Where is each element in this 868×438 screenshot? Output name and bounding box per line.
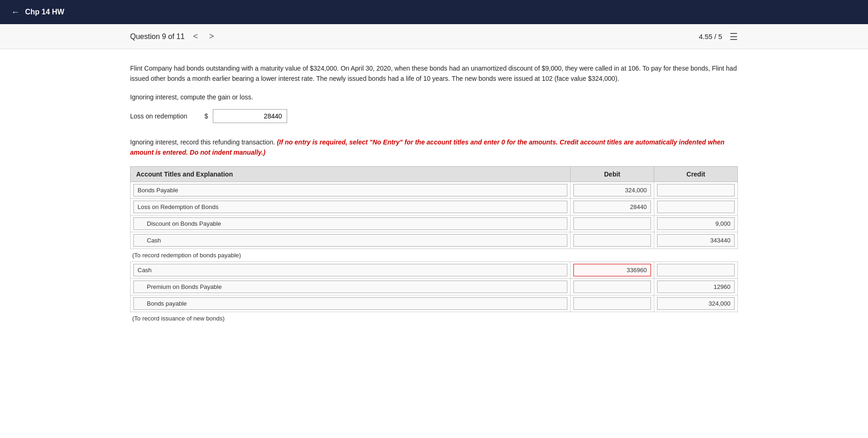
credit-cell [654,198,738,215]
account-cell [131,295,571,312]
account-input[interactable] [133,201,567,213]
debit-cell [571,232,654,248]
account-input[interactable] [133,184,567,196]
credit-cell [654,295,738,312]
refund-plain: Ignoring interest, record this refunding… [130,138,277,146]
debit-input[interactable] [573,217,651,230]
table-row [131,278,738,295]
question-label: Question 9 of 11 [130,33,184,41]
credit-cell [654,232,738,248]
section-note: (To record redemption of bonds payable) [131,248,738,261]
main-content: Flint Company had bonds outstanding with… [0,49,868,438]
credit-cell [654,278,738,295]
problem-text: Flint Company had bonds outstanding with… [130,63,738,84]
account-input[interactable] [133,217,567,230]
table-row [131,215,738,232]
debit-input[interactable] [573,264,651,276]
account-input[interactable] [133,297,567,310]
table-row [131,232,738,248]
top-bar: ← Chp 14 HW [0,0,868,24]
account-cell [131,261,571,278]
debit-input[interactable] [573,234,651,247]
col-credit: Credit [654,166,738,182]
credit-input[interactable] [657,201,735,213]
credit-input[interactable] [657,264,735,276]
table-row [131,198,738,215]
debit-cell [571,215,654,232]
list-icon[interactable]: ☰ [730,31,738,42]
col-debit: Debit [571,166,654,182]
journal-table: Account Titles and Explanation Debit Cre… [130,166,738,325]
account-cell [131,278,571,295]
note1-text: (To record redemption of bonds payable) [132,252,241,259]
debit-cell [571,261,654,278]
credit-cell [654,215,738,232]
instruction1: Ignoring interest, compute the gain or l… [130,93,738,101]
debit-cell [571,198,654,215]
credit-input[interactable] [657,297,735,310]
debit-input[interactable] [573,281,651,293]
loss-label: Loss on redemption [130,112,200,120]
debit-input[interactable] [573,297,651,310]
credit-cell [654,261,738,278]
section-note-row: (To record issuance of new bonds) [131,312,738,325]
credit-cell [654,182,738,198]
section-note: (To record issuance of new bonds) [131,312,738,325]
dollar-sign: $ [204,112,208,120]
next-question-button[interactable]: > [206,31,217,42]
prev-question-button[interactable]: < [190,31,201,42]
back-button[interactable]: ← [11,7,20,17]
debit-cell [571,278,654,295]
account-cell [131,232,571,248]
table-row [131,295,738,312]
question-nav: Question 9 of 11 < > 4.55 / 5 ☰ [0,24,868,49]
account-cell [131,182,571,198]
credit-input[interactable] [657,281,735,293]
table-row [131,182,738,198]
col-account: Account Titles and Explanation [131,166,571,182]
loss-input[interactable] [213,109,287,123]
credit-input[interactable] [657,234,735,247]
account-cell [131,198,571,215]
debit-input[interactable] [573,201,651,213]
section-note-row: (To record redemption of bonds payable) [131,248,738,261]
debit-input[interactable] [573,184,651,196]
credit-input[interactable] [657,184,735,196]
account-cell [131,215,571,232]
account-input[interactable] [133,264,567,276]
account-input[interactable] [133,234,567,247]
loss-row: Loss on redemption $ [130,109,738,123]
table-row [131,261,738,278]
debit-cell [571,295,654,312]
note2-text: (To record issuance of new bonds) [132,315,225,322]
credit-input[interactable] [657,217,735,230]
debit-cell [571,182,654,198]
refund-instruction: Ignoring interest, record this refunding… [130,137,738,158]
app-title: Chp 14 HW [25,8,64,16]
score-display: 4.55 / 5 [699,33,722,40]
account-input[interactable] [133,281,567,293]
